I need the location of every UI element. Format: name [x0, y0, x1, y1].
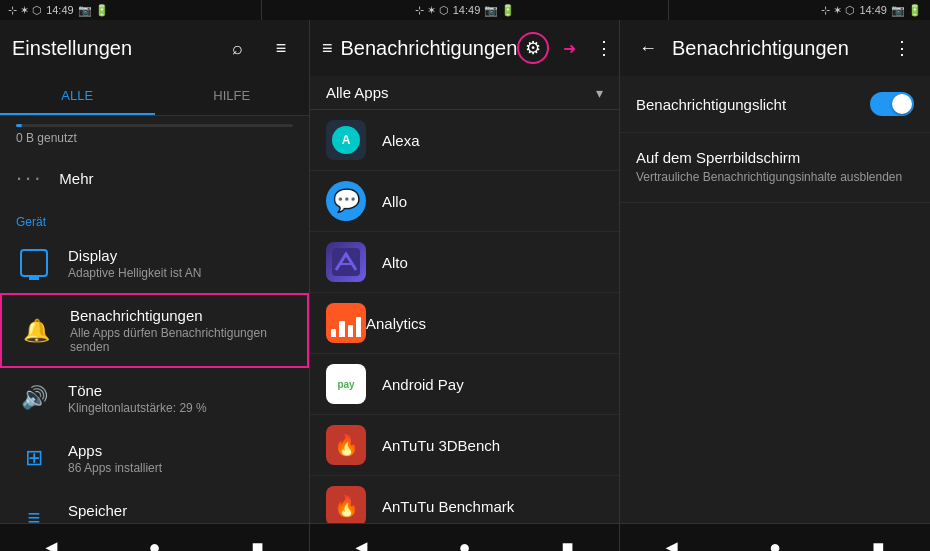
toene-text: Töne Klingeltonlautstärke: 29 %	[68, 382, 293, 415]
sperrbildschirm-text: Auf dem Sperrbildschirm Vertrauliche Ben…	[636, 149, 914, 186]
sound-icon: 🔊	[16, 380, 52, 416]
app-item-androidpay[interactable]: pay Android Pay	[310, 354, 619, 415]
settings-item-benachrichtigungen[interactable]: 🔔 Benachrichtigungen Alle Apps dürfen Be…	[0, 293, 309, 368]
status-icons-left3: ⊹ ✶ ⬡	[821, 4, 855, 17]
storage-icon: ≡	[16, 500, 52, 523]
panel2-title: Benachrichtigungen	[341, 37, 518, 60]
storage-bar: 0 B genutzt	[0, 116, 309, 153]
panel-einstellungen: Einstellungen ⌕ ≡ ALLE HILFE	[0, 20, 310, 551]
statusbar-p3: ⊹ ✶ ⬡ 14:49 📷 🔋	[821, 4, 922, 17]
antutu-app-icon: 🔥	[326, 486, 366, 523]
speicher-subtitle: 14,51 GB von 29,70 GB genutzt	[68, 521, 293, 524]
back-button-1[interactable]: ◄	[22, 524, 82, 552]
tab-alle[interactable]: ALLE	[0, 76, 155, 115]
panel1-header: Einstellungen ⌕ ≡	[0, 20, 309, 76]
setting-row-sperrbildschirm[interactable]: Auf dem Sperrbildschirm Vertrauliche Ben…	[620, 133, 930, 203]
hamburger-icon[interactable]: ≡	[265, 32, 297, 64]
app-name-alto: Alto	[382, 254, 408, 271]
toggle-licht[interactable]	[870, 92, 914, 116]
app-item-analytics[interactable]: Analytics	[310, 293, 619, 354]
recents-button-2[interactable]: ■	[538, 524, 598, 552]
status-bar-row: ⊹ ✶ ⬡ 14:49 📷 🔋 ⊹ ✶ ⬡ 14:49 📷 🔋 ⊹ ✶ ⬡ 14…	[0, 0, 930, 20]
app-name-androidpay: Android Pay	[382, 376, 464, 393]
antutu3d-app-icon: 🔥	[326, 425, 366, 465]
bottom-nav-2: ◄ ● ■	[310, 523, 619, 551]
tab-hilfe[interactable]: HILFE	[155, 76, 310, 115]
settings-gear-icon[interactable]: ⚙	[517, 32, 549, 64]
panel3-more-icon[interactable]: ⋮	[886, 32, 918, 64]
panel3-content: Benachrichtigungslicht Auf dem Sperrbild…	[620, 76, 930, 523]
app-item-allo[interactable]: 💬 Allo	[310, 171, 619, 232]
search-icon[interactable]: ⌕	[221, 32, 253, 64]
panel1-content: 0 B genutzt ··· Mehr Gerät Display Adapt…	[0, 116, 309, 523]
arrow-annotation: ➜	[563, 39, 576, 58]
panel1-title: Einstellungen	[12, 37, 132, 60]
toggle-knob-licht	[892, 94, 912, 114]
settings-item-toene[interactable]: 🔊 Töne Klingeltonlautstärke: 29 %	[0, 368, 309, 428]
status-icons-left2: ⊹ ✶ ⬡	[415, 4, 449, 17]
panel2-hamburger-icon[interactable]: ≡	[322, 32, 333, 64]
setting-row-licht[interactable]: Benachrichtigungslicht	[620, 76, 930, 133]
filter-text: Alle Apps	[326, 84, 596, 101]
alto-app-icon	[326, 242, 366, 282]
back-arrow-icon[interactable]: ←	[632, 32, 664, 64]
status-icons-right3: 📷 🔋	[891, 4, 922, 17]
toene-subtitle: Klingeltonlautstärke: 29 %	[68, 401, 293, 415]
more-vert-icon[interactable]: ⋮	[588, 32, 620, 64]
speicher-text: Speicher 14,51 GB von 29,70 GB genutzt	[68, 502, 293, 524]
apps-text: Apps 86 Apps installiert	[68, 442, 293, 475]
display-title: Display	[68, 247, 293, 264]
app-item-antutu3d[interactable]: 🔥 AnTuTu 3DBench	[310, 415, 619, 476]
settings-item-display[interactable]: Display Adaptive Helligkeit ist AN	[0, 233, 309, 293]
back-button-2[interactable]: ◄	[332, 524, 392, 552]
dropdown-arrow-icon: ▾	[596, 85, 603, 101]
home-button-3[interactable]: ●	[745, 524, 805, 552]
app-item-alto[interactable]: Alto	[310, 232, 619, 293]
storage-text: 0 B genutzt	[16, 131, 77, 145]
statusbar-p2: ⊹ ✶ ⬡ 14:49 📷 🔋	[415, 4, 516, 17]
home-button-2[interactable]: ●	[435, 524, 495, 552]
home-button-1[interactable]: ●	[125, 524, 185, 552]
panel2-header-icons: ⚙ ➜ ⋮	[517, 32, 620, 64]
analytics-app-icon	[326, 303, 366, 343]
status-icons-left1: ⊹ ✶ ⬡	[8, 4, 42, 17]
allo-app-icon: 💬	[326, 181, 366, 221]
panel3-header: ← Benachrichtigungen ⋮	[620, 20, 930, 76]
apps-title: Apps	[68, 442, 293, 459]
more-item[interactable]: ··· Mehr	[0, 153, 309, 203]
filter-bar[interactable]: Alle Apps ▾	[310, 76, 619, 110]
benachrichtigungen-subtitle: Alle Apps dürfen Benachrichtigungen send…	[70, 326, 291, 354]
sperrbildschirm-subtitle: Vertrauliche Benachrichtigungsinhalte au…	[636, 169, 914, 186]
recents-button-1[interactable]: ■	[228, 524, 288, 552]
back-button-3[interactable]: ◄	[642, 524, 702, 552]
panel2-header: ≡ Benachrichtigungen ⚙ ➜ ⋮	[310, 20, 619, 76]
bell-icon: 🔔	[18, 313, 54, 349]
settings-item-speicher[interactable]: ≡ Speicher 14,51 GB von 29,70 GB genutzt	[0, 488, 309, 523]
status-icons-right2: 📷 🔋	[484, 4, 515, 17]
androidpay-app-icon: pay	[326, 364, 366, 404]
recents-button-3[interactable]: ■	[848, 524, 908, 552]
sperrbildschirm-title: Auf dem Sperrbildschirm	[636, 149, 914, 166]
display-icon	[16, 245, 52, 281]
app-name-alexa: Alexa	[382, 132, 420, 149]
app-name-analytics: Analytics	[366, 315, 426, 332]
benachrichtigungen-text: Benachrichtigungen Alle Apps dürfen Bena…	[70, 307, 291, 354]
panel3-title: Benachrichtigungen	[672, 37, 886, 60]
status-divider2	[668, 0, 669, 20]
alexa-app-icon: A	[326, 120, 366, 160]
settings-item-apps[interactable]: ⊞ Apps 86 Apps installiert	[0, 428, 309, 488]
display-text: Display Adaptive Helligkeit ist AN	[68, 247, 293, 280]
toene-title: Töne	[68, 382, 293, 399]
status-divider1	[261, 0, 262, 20]
app-item-alexa[interactable]: A Alexa	[310, 110, 619, 171]
panel1-tabs: ALLE HILFE	[0, 76, 309, 116]
app-item-antutu[interactable]: 🔥 AnTuTu Benchmark	[310, 476, 619, 523]
statusbar-p1: ⊹ ✶ ⬡ 14:49 📷 🔋	[8, 4, 109, 17]
panels-row: Einstellungen ⌕ ≡ ALLE HILFE	[0, 20, 930, 551]
status-icons-right1: 📷 🔋	[78, 4, 109, 17]
app-name-antutu: AnTuTu Benchmark	[382, 498, 514, 515]
panel-benachrichtigungen-settings: ← Benachrichtigungen ⋮ Benachrichtigungs…	[620, 20, 930, 551]
panel1-header-icons: ⌕ ≡	[221, 32, 297, 64]
benachrichtigungen-title: Benachrichtigungen	[70, 307, 291, 324]
apps-icon: ⊞	[16, 440, 52, 476]
